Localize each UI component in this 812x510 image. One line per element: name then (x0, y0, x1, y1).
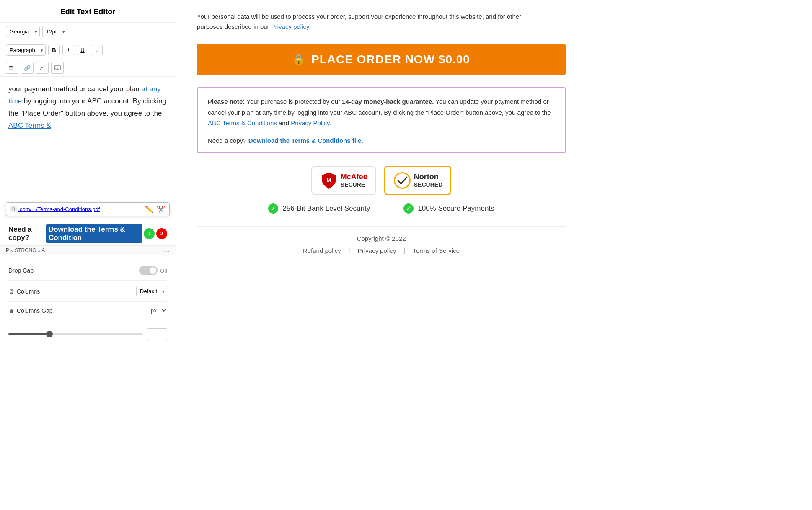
norton-name: Norton (414, 173, 442, 182)
download-terms-link[interactable]: Download the Terms & Conditions file. (248, 137, 363, 144)
resize-handle-icon[interactable]: ⋯ (163, 247, 170, 255)
settings-section: Drop Cap Off 🖥 Columns Default 1 2 3 (0, 255, 176, 325)
right-panel: Your personal data will be used to proce… (176, 0, 812, 510)
link-icon[interactable]: 🔗 (21, 62, 34, 74)
columns-monitor-icon: 🖥 (8, 288, 14, 295)
style-select-wrapper[interactable]: Paragraph (6, 44, 46, 56)
mcafee-name: McAfee (341, 173, 367, 182)
editor-text-1: your payment method or cancel your plan (8, 85, 142, 93)
font-select-wrapper[interactable]: Georgia (6, 26, 40, 37)
download-link-left[interactable]: Download the Terms & Condition (46, 224, 142, 243)
security-logos: M McAfee SECURE Norton SECURED (197, 166, 566, 195)
norton-sub: SECURED (414, 181, 442, 188)
breadcrumb-bar: P » STRONG » A ⋯ (0, 245, 176, 255)
breadcrumb-text: P » STRONG » A (6, 247, 45, 253)
place-order-label: PLACE ORDER NOW $0.00 (311, 53, 470, 66)
security-feature-2-label: 100% Secure Payments (418, 204, 494, 213)
editor-link-abc-terms[interactable]: ABC Terms & (8, 121, 51, 129)
ordered-list-icon[interactable]: ☰ (6, 62, 18, 74)
security-feature-1-label: 256-Bit Bank Level Security (282, 204, 370, 213)
norton-badge: Norton SECURED (384, 166, 451, 195)
need-copy-line: Need a copy? Download the Terms & Condit… (0, 220, 176, 245)
place-order-button[interactable]: 🔒 PLACE ORDER NOW $0.00 (197, 44, 566, 75)
note-text-1: Your purchase is protected by our (246, 98, 342, 105)
url-blue-part[interactable]: .com/.../Terms-and-Conditions.pdf (18, 206, 100, 212)
slider-track[interactable] (8, 333, 143, 335)
check-circle-2: ✓ (403, 203, 414, 214)
svg-text:⤢: ⤢ (39, 65, 44, 71)
note-box: Please note: Your purchase is protected … (197, 87, 566, 153)
drop-cap-toggle-wrapper: Off (139, 266, 167, 275)
toolbar-row-2: Paragraph B I U ≡ (0, 41, 176, 59)
link-popup-url: 0 .com/.../Terms-and-Conditions.pdf (10, 206, 142, 212)
italic-button[interactable]: I (62, 45, 74, 55)
style-select[interactable]: Paragraph (6, 44, 46, 56)
slider-input[interactable] (147, 328, 167, 340)
please-note-bold: Please note: (208, 98, 245, 105)
toolbar-row-3: ☰ 🔗 ⤢ (0, 59, 176, 77)
footer-links: Refund policy | Privacy policy | Terms o… (197, 247, 566, 254)
svg-text:☰: ☰ (9, 65, 14, 71)
badge-up: ↑ (144, 228, 155, 239)
copyright-text: Copyright © 2022 (197, 235, 566, 242)
columns-select-wrapper[interactable]: Default 1 2 3 (136, 286, 167, 296)
bold-button[interactable]: B (48, 45, 60, 55)
abc-terms-link[interactable]: ABC Terms & Conditions (208, 119, 277, 126)
svg-text:🔗: 🔗 (24, 64, 31, 71)
editor-text-2: by logging into your ABC account. By cli… (8, 97, 166, 117)
edit-link-icon[interactable]: ✏️ (145, 205, 153, 213)
panel-title: Edit Text Editor (0, 0, 176, 23)
toolbar-row-1: Georgia 12pt (0, 23, 176, 41)
note-text: Please note: Your purchase is protected … (208, 96, 555, 129)
security-features: ✓ 256-Bit Bank Level Security ✓ 100% Sec… (197, 203, 566, 214)
font-select[interactable]: Georgia (6, 26, 40, 37)
keyboard-icon[interactable] (51, 62, 64, 74)
security-feature-2: ✓ 100% Secure Payments (403, 203, 494, 214)
expand-icon[interactable]: ⤢ (36, 62, 49, 74)
drop-cap-state: Off (160, 268, 167, 274)
unit-select[interactable]: px em rem % (149, 307, 167, 314)
columns-label: Columns (17, 288, 40, 295)
need-copy-label: Need a copy? (8, 225, 46, 242)
terms-of-service-link[interactable]: Terms of Service (405, 247, 467, 254)
check-circle-1: ✓ (268, 203, 278, 214)
norton-text: Norton SECURED (414, 173, 442, 188)
columns-gap-label: Columns Gap (17, 307, 53, 314)
norton-check-icon (393, 171, 411, 190)
columns-label-group: 🖥 Columns (8, 288, 40, 295)
slider-row (0, 325, 176, 345)
columns-select[interactable]: Default 1 2 3 (136, 286, 167, 296)
slider-thumb[interactable] (46, 331, 53, 337)
mcafee-text: McAfee SECURE (341, 173, 367, 188)
unlink-icon[interactable]: ✂️ (157, 205, 165, 213)
mcafee-sub: SECURE (341, 181, 367, 188)
columns-gap-row: 🖥 Columns Gap px em rem % (8, 302, 167, 319)
guarantee-bold: 14-day money-back guarantee. (342, 98, 434, 105)
badge-count: 2 (156, 228, 167, 239)
footer-section: Copyright © 2022 Refund policy | Privacy… (197, 226, 566, 254)
privacy-policy-link-note[interactable]: Privacy Policy. (291, 119, 331, 126)
security-feature-1: ✓ 256-Bit Bank Level Security (268, 203, 370, 214)
drop-cap-label: Drop Cap (8, 267, 34, 274)
mcafee-shield-icon: M (320, 171, 338, 190)
list-button[interactable]: ≡ (91, 45, 103, 55)
download-terms-line: Need a copy? Download the Terms & Condit… (208, 135, 555, 146)
need-copy-right-label: Need a copy? (208, 137, 248, 144)
columns-gap-label-group: 🖥 Columns Gap (8, 307, 53, 314)
svg-text:M: M (326, 177, 331, 183)
note-text-and: and (279, 119, 291, 126)
refund-policy-link[interactable]: Refund policy (295, 247, 349, 254)
privacy-policy-footer-link[interactable]: Privacy policy (350, 247, 404, 254)
editor-content-area[interactable]: your payment method or cancel your plan … (0, 77, 176, 202)
size-select-wrapper[interactable]: 12pt (42, 26, 67, 37)
intro-text: Your personal data will be used to proce… (197, 12, 532, 32)
intro-text-main: Your personal data will be used to proce… (197, 13, 521, 30)
lock-icon: 🔒 (292, 54, 305, 65)
columns-gap-monitor-icon: 🖥 (8, 307, 14, 314)
columns-row: 🖥 Columns Default 1 2 3 (8, 281, 167, 302)
size-select[interactable]: 12pt (42, 26, 67, 37)
privacy-policy-link-intro[interactable]: Privacy policy (271, 23, 309, 30)
svg-point-13 (395, 173, 409, 188)
drop-cap-toggle[interactable] (139, 266, 158, 275)
underline-button[interactable]: U (77, 45, 88, 55)
